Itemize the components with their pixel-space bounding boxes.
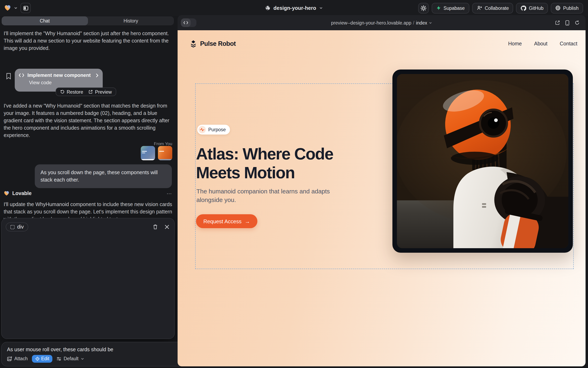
chevron-right-icon: [95, 73, 99, 77]
code-icon: [19, 73, 24, 77]
trash-icon[interactable]: [153, 224, 158, 230]
assistant-message: I'll implement the "Why Humanoid" sectio…: [4, 30, 174, 52]
image-icon: [7, 356, 12, 361]
chevron-down-icon: [429, 21, 432, 24]
site-brand[interactable]: Pulse Robot: [190, 40, 236, 48]
pulse-robot-logo-icon: [190, 40, 197, 48]
assistant-message: I've added a new "Why Humanoid" section …: [4, 102, 174, 139]
preview-panel: preview--design-your-hero.lovable.app / …: [178, 15, 586, 366]
github-icon: [521, 5, 526, 11]
preview-viewport: Pulse Robot Home About Contact Purpose A…: [178, 30, 586, 366]
settings-button[interactable]: [418, 3, 429, 13]
user-message-bubble: As you scroll down the page, these compo…: [35, 164, 172, 188]
close-icon[interactable]: [164, 224, 169, 229]
robot-image: [397, 74, 568, 248]
tab-history[interactable]: History: [88, 16, 174, 25]
lovable-heart-icon: [4, 191, 9, 196]
dashed-box-icon: [10, 225, 15, 229]
mobile-view-icon[interactable]: [565, 20, 569, 26]
external-link-icon: [89, 90, 93, 94]
github-button[interactable]: GitHub: [516, 3, 548, 13]
purpose-badge: Purpose: [197, 125, 230, 135]
restore-button[interactable]: Restore: [60, 89, 83, 94]
assistant-header: Lovable ⋯: [4, 190, 172, 197]
nav-contact[interactable]: Contact: [560, 41, 577, 47]
hero-robot-card: [392, 70, 573, 253]
invite-user-icon: [476, 5, 482, 11]
arrow-right-icon: →: [245, 218, 250, 224]
request-access-button[interactable]: Request Access →: [196, 214, 257, 228]
selected-element-pill[interactable]: div: [6, 222, 28, 231]
version-actions: Restore Preview: [56, 88, 116, 96]
supabase-icon: [436, 5, 441, 11]
top-bar: design-your-hero Supabase: [0, 0, 588, 16]
open-in-new-tab-icon[interactable]: [555, 20, 560, 25]
target-icon: [35, 356, 39, 361]
attachment-thumbnail[interactable]: [158, 146, 172, 160]
project-name: design-your-hero: [274, 5, 316, 11]
attachment-thumbnail[interactable]: [141, 146, 155, 160]
assistant-name: Lovable: [12, 191, 164, 196]
component-card-title: Implement new component: [28, 72, 92, 78]
chevron-down-icon: [81, 357, 84, 360]
lovable-app: design-your-hero Supabase: [0, 0, 588, 368]
preview-button[interactable]: Preview: [89, 89, 112, 94]
pulse-icon: [200, 127, 205, 132]
element-inspector-panel: div Margin 0 0 Padding 0 0 Backgro: [1, 218, 175, 339]
chat-tab-bar: Chat History: [2, 16, 174, 25]
chevron-down-icon: [319, 6, 323, 10]
hero-heading: Atlas: Where Code Meets Motion: [196, 144, 360, 182]
preview-toolbar: preview--design-your-hero.lovable.app / …: [178, 15, 586, 30]
more-menu-icon[interactable]: ⋯: [167, 190, 172, 196]
nav-home[interactable]: Home: [508, 41, 522, 47]
globe-icon: [265, 5, 271, 11]
supabase-button[interactable]: Supabase: [432, 3, 469, 13]
hero-subheading: The humanoid companion that learns and a…: [196, 187, 333, 204]
model-mode-button[interactable]: Default: [57, 356, 84, 361]
collaborate-button[interactable]: Collaborate: [472, 3, 513, 13]
attach-button[interactable]: Attach: [7, 356, 28, 361]
preview-url[interactable]: preview--design-your-hero.lovable.app / …: [178, 15, 586, 30]
globe-icon: [555, 5, 561, 11]
nav-about[interactable]: About: [534, 41, 547, 47]
site-header: Pulse Robot Home About Contact: [190, 38, 577, 49]
restore-icon: [60, 90, 65, 94]
from-you-label: From You: [154, 141, 172, 146]
tab-chat[interactable]: Chat: [2, 16, 88, 25]
badge-label: Purpose: [208, 127, 226, 132]
publish-button[interactable]: Publish: [551, 3, 583, 13]
edit-mode-button[interactable]: Edit: [32, 355, 53, 362]
refresh-icon[interactable]: [575, 20, 580, 25]
view-code-link[interactable]: View code: [29, 80, 99, 85]
sliders-icon: [57, 356, 62, 361]
bookmark-icon[interactable]: [6, 73, 11, 80]
gear-icon: [421, 5, 426, 11]
